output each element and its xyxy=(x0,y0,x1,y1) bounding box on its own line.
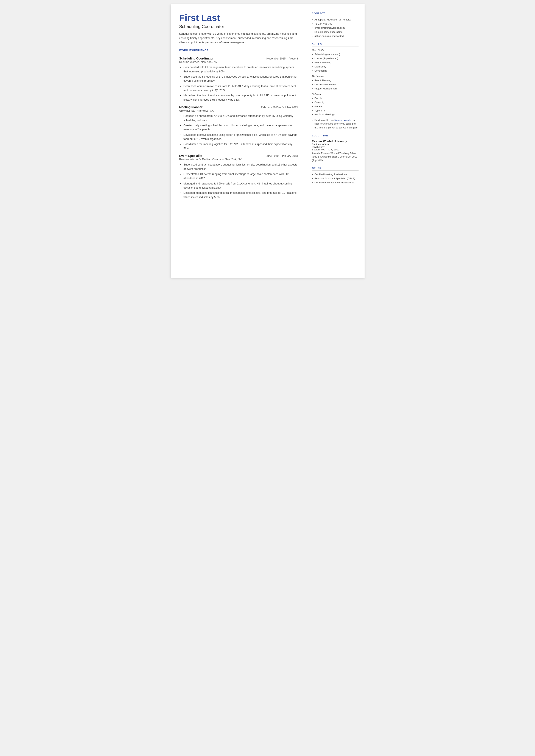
contact-item-linkedin: linkedin.com/in/username xyxy=(312,30,358,34)
job-header-2: Meeting Planner February 2013 – October … xyxy=(179,105,298,109)
job-header-1: Scheduling Coordinator November 2015 – P… xyxy=(179,57,298,60)
software-list: Doodle Calendly Genee Typeform HubSpot M… xyxy=(312,96,358,117)
skills-category-techniques: Techniques: xyxy=(312,75,358,78)
skills-section: SKILLS Hard Skills: Scheduling (Advanced… xyxy=(312,43,358,129)
other-label: OTHER xyxy=(312,167,358,171)
bullet-item: Coordinated the meeting logistics for 3.… xyxy=(180,142,298,151)
job-title: Scheduling Coordinator xyxy=(179,24,298,29)
bullet-item: Created daily meeting schedules, room bl… xyxy=(180,124,298,132)
resume-page: First Last Scheduling Coordinator Schedu… xyxy=(171,4,365,278)
job-company-3: Resume Worded's Exciting Company, New Yo… xyxy=(179,158,298,161)
other-section: OTHER Certified Meeting Professional. Pe… xyxy=(312,167,358,185)
techniques-list: Event Planning Concept Estimation Projec… xyxy=(312,78,358,91)
other-item-cmp: Certified Meeting Professional. xyxy=(312,172,358,177)
skill-item: Event Planning xyxy=(312,61,358,65)
skill-item: Concept Estimation xyxy=(312,83,358,87)
bullet-item: Orchestrated 43 events ranging from smal… xyxy=(180,172,298,181)
contact-item-phone: +1-234-456-789 xyxy=(312,22,358,26)
bullet-item: Collaborated with 21 management team mem… xyxy=(180,65,298,74)
job-dates-3: June 2010 – January 2013 xyxy=(266,154,298,157)
bullet-item: Decreased administrative costs from $10M… xyxy=(180,84,298,93)
contact-list: Annapolis, MD (Open to Remote) +1-234-45… xyxy=(312,18,358,38)
other-item-cap: Certified Administrative Professional. xyxy=(312,181,358,185)
bullet-item: Reduced no-shows from 72% to <10% and in… xyxy=(180,114,298,123)
work-section: Scheduling Coordinator November 2015 – P… xyxy=(179,57,298,199)
job-bullets-2: Reduced no-shows from 72% to <10% and in… xyxy=(179,114,298,151)
edu-degree: Bachelor of Arts xyxy=(312,143,358,146)
work-experience-label: WORK EXPERIENCE xyxy=(179,49,298,53)
skill-item: Genee xyxy=(312,104,358,109)
bullet-item: Managed and responded to 850 emails from… xyxy=(180,182,298,190)
skill-item: Doodle xyxy=(312,96,358,100)
job-title-3: Event Specialist xyxy=(179,154,202,157)
education-section: EDUCATION Resume Worded University Bache… xyxy=(312,134,358,162)
job-dates-1: November 2015 – Present xyxy=(267,57,298,60)
skill-item: Data Entry xyxy=(312,65,358,69)
job-title-2: Meeting Planner xyxy=(179,105,203,109)
job-company-2: Growthsi, San Francisco, CA xyxy=(179,109,298,112)
skills-label: SKILLS xyxy=(312,43,358,47)
job-header-3: Event Specialist June 2010 – January 201… xyxy=(179,154,298,157)
edu-location: Boston, MA — May 2010 xyxy=(312,148,358,151)
skill-item: HubSpot Meetings xyxy=(312,113,358,117)
skill-item: Contracting xyxy=(312,69,358,73)
contact-item-location: Annapolis, MD (Open to Remote) xyxy=(312,18,358,22)
contact-label: CONTACT xyxy=(312,12,358,16)
job-dates-2: February 2013 – October 2015 xyxy=(261,106,298,109)
job-company-1: Resume Worded, New York, NY xyxy=(179,61,298,64)
skill-item: Calendly xyxy=(312,100,358,104)
skill-item: Looker (Experienced) xyxy=(312,56,358,61)
other-list: Certified Meeting Professional. Personal… xyxy=(312,172,358,185)
promo-link[interactable]: Resume Worded xyxy=(334,119,352,121)
education-label: EDUCATION xyxy=(312,134,358,138)
bullet-item: Designed marketing plans using social me… xyxy=(180,191,298,199)
bullet-item: Supervised contract negotiation, budgeti… xyxy=(180,163,298,171)
other-item-cpas: Personal Assistant Specialist (CPAS). xyxy=(312,177,358,181)
full-name: First Last xyxy=(179,13,298,23)
summary: Scheduling coordinator with 10 years of … xyxy=(179,32,298,44)
left-column: First Last Scheduling Coordinator Schedu… xyxy=(171,4,306,278)
contact-item-github: github.com/resumeworded xyxy=(312,34,358,38)
contact-item-email: email@resumeworded.com xyxy=(312,26,358,30)
skill-item: Typeform xyxy=(312,109,358,113)
edu-awards: Awards: Resume Worded Teaching Fellow (o… xyxy=(312,152,358,162)
contact-section: CONTACT Annapolis, MD (Open to Remote) +… xyxy=(312,12,358,38)
edu-field: Psychology xyxy=(312,146,358,148)
bullet-item: Maximized the day of senior executives b… xyxy=(180,94,298,102)
skill-item: Project Management xyxy=(312,87,358,91)
bullet-item: Supervised the scheduling of 670 employe… xyxy=(180,75,298,83)
hard-skills-list: Scheduling (Advanced) Looker (Experience… xyxy=(312,52,358,73)
skills-category-software: Software: xyxy=(312,93,358,96)
job-bullets-3: Supervised contract negotiation, budgeti… xyxy=(179,163,298,199)
right-column: CONTACT Annapolis, MD (Open to Remote) +… xyxy=(306,4,365,278)
bullet-item: Developed creative solutions using exper… xyxy=(180,133,298,141)
promo-text-before: Don't forget to use xyxy=(315,119,335,121)
skill-item: Scheduling (Advanced) xyxy=(312,52,358,56)
promo-text: Don't forget to use Resume Worded to sca… xyxy=(312,118,358,129)
edu-school: Resume Worded University xyxy=(312,140,358,143)
job-bullets-1: Collaborated with 21 management team mem… xyxy=(179,65,298,102)
skill-item: Event Planning xyxy=(312,78,358,83)
skills-category-hard: Hard Skills: xyxy=(312,49,358,51)
job-title-1: Scheduling Coordinator xyxy=(179,57,213,60)
